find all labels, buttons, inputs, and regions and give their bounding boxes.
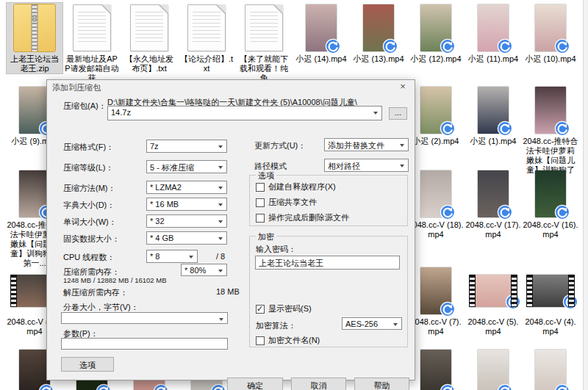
delete-after-checkbox[interactable]: 操作完成后删除源文件 — [256, 212, 349, 223]
desktop-item-video[interactable]: 2048.cc-V (7).mp4 — [408, 266, 464, 336]
desktop-item-txt[interactable]: 最新地址及APP请发邮箱自动获 — [64, 3, 120, 83]
player-overlay-icon — [440, 38, 456, 54]
player-overlay-icon — [440, 204, 456, 220]
file-label: 小迟 (12).mp4 — [410, 54, 461, 64]
player-overlay-icon — [554, 38, 570, 54]
format-combobox[interactable]: 7z — [146, 140, 227, 153]
desktop-item-film[interactable]: 2048.cc-V (5).mp4 — [465, 266, 521, 336]
desktop-item-txt[interactable]: 【永久地址发布页】.txt — [121, 3, 177, 73]
checkbox-box[interactable] — [256, 305, 265, 314]
close-icon[interactable]: × — [394, 80, 412, 93]
icon-area — [478, 3, 509, 53]
volume-size-label: 分卷大小，字节(V)： — [63, 302, 139, 313]
text-lines-detail — [193, 12, 220, 44]
file-label: 【论坛介绍】.txt — [179, 54, 234, 73]
desktop-item-video[interactable] — [523, 348, 578, 390]
level-combobox[interactable]: 5 - 标准压缩 — [146, 160, 227, 173]
password-input[interactable]: 上老王论坛当老王 — [255, 256, 400, 270]
parameters-input[interactable] — [61, 338, 228, 350]
text-file-icon — [130, 4, 168, 51]
checkbox-box[interactable] — [256, 183, 265, 192]
icon-area — [420, 348, 451, 390]
page-corner-detail — [217, 4, 226, 13]
options-button[interactable]: 选项 — [61, 357, 114, 372]
method-label: 压缩方法(M)： — [63, 183, 116, 194]
desktop-item-video[interactable]: 小迟 (2).mp4 — [408, 85, 464, 146]
checkbox-box[interactable] — [256, 214, 265, 223]
desktop-item-video[interactable]: 小迟 (11).mp4 — [465, 3, 521, 64]
desktop-item-video[interactable]: 小迟 (10).mp4 — [523, 3, 578, 64]
file-label: 小迟 (1).mp4 — [470, 137, 517, 146]
desktop-item-video[interactable]: 2048.cc-V (18).mp4 — [408, 169, 464, 239]
text-file-icon — [187, 4, 226, 51]
icon-area — [420, 169, 451, 219]
volume-size-combobox[interactable] — [61, 312, 228, 324]
video-thumbnail — [535, 4, 566, 51]
desktop-item-video[interactable]: 2048.cc-V (17).mp4 — [465, 169, 521, 239]
icon-area — [363, 3, 394, 53]
desktop-item-video[interactable]: 小迟 (1).mp4 — [465, 85, 521, 146]
text-lines-detail — [250, 12, 278, 44]
desktop-item-video[interactable]: 2048.cc-V (16).mp4 — [523, 169, 578, 239]
icon-area — [130, 3, 168, 53]
solid-block-label: 固实数据大小： — [63, 234, 120, 245]
show-password-checkbox[interactable]: 显示密码(S) — [256, 303, 312, 314]
archive-name-combobox[interactable]: 14.7z — [107, 106, 382, 120]
desktop-item-video[interactable]: 小迟 (14).mp4 — [293, 3, 349, 64]
zipper-pull-detail — [33, 15, 37, 22]
player-overlay-icon — [562, 294, 578, 310]
video-thumbnail — [478, 350, 509, 390]
desktop-item-video[interactable] — [408, 348, 464, 390]
archive-label: 压缩包(A)： — [63, 101, 107, 112]
checkbox-box[interactable] — [256, 198, 265, 207]
video-thumbnail — [420, 350, 451, 390]
dictionary-combobox[interactable]: * 16 MB — [146, 198, 227, 211]
video-thumbnail — [19, 350, 50, 390]
desktop-item-txt[interactable]: 【来了就能下载和观看！纯免 — [236, 3, 292, 83]
shared-files-checkbox[interactable]: 压缩共享文件 — [256, 197, 317, 208]
icon-area — [187, 3, 226, 53]
ok-button[interactable]: 确定 — [227, 378, 283, 390]
memory-percent-combobox[interactable]: * 80% — [181, 264, 227, 276]
solid-block-combobox[interactable]: * 4 GB — [146, 231, 227, 245]
cancel-button[interactable]: 取消 — [291, 378, 346, 390]
desktop-item-zip[interactable]: 上老王论坛当老王.zip — [7, 3, 62, 73]
browse-button[interactable]: ... — [389, 107, 407, 120]
icon-area — [535, 348, 566, 390]
file-label: 2048.cc-V (5).mp4 — [465, 317, 521, 336]
word-size-combobox[interactable]: * 32 — [146, 214, 227, 228]
desktop-item-txt[interactable]: 【论坛介绍】.txt — [179, 3, 234, 73]
sfx-checkbox[interactable]: 创建自释放程序(X) — [256, 181, 336, 192]
icon-area — [478, 169, 509, 219]
text-lines-detail — [135, 12, 163, 44]
desktop-item-video[interactable] — [465, 348, 521, 390]
update-mode-combobox[interactable]: 添加并替换文件 — [324, 138, 409, 151]
player-overlay-icon — [440, 301, 456, 317]
icon-area — [420, 3, 451, 53]
file-label: 2048.cc-V (4).mp4 — [523, 317, 578, 336]
help-button[interactable]: 帮助 — [354, 378, 409, 390]
decompress-memory-label: 解压缩所需内存： — [63, 287, 128, 298]
player-overlay-icon — [505, 294, 521, 310]
player-overlay-icon — [153, 383, 169, 390]
zipper-detail — [32, 4, 38, 51]
algorithm-combobox[interactable]: AES-256 — [342, 317, 402, 330]
desktop-item-film[interactable]: 2048.cc-V (4).mp4 — [523, 266, 578, 336]
method-combobox[interactable]: * LZMA2 — [146, 181, 227, 194]
checkbox-box[interactable] — [256, 336, 265, 345]
encrypt-filenames-checkbox[interactable]: 加密文件名(N) — [256, 335, 320, 346]
file-label: 小迟 (10).mp4 — [525, 54, 576, 64]
video-thumbnail — [535, 87, 566, 134]
desktop-item-video[interactable]: 小迟 (13).mp4 — [351, 3, 406, 64]
path-mode-combobox[interactable]: 相对路径 — [324, 159, 409, 172]
icon-area — [19, 348, 50, 390]
video-thumbnail — [478, 87, 509, 134]
desktop-item-video[interactable]: 小迟 (12).mp4 — [408, 3, 464, 64]
dialog-titlebar[interactable]: 添加到压缩包 × — [47, 80, 415, 95]
video-thumbnail — [19, 87, 50, 134]
cpu-threads-max: / 8 — [216, 252, 225, 261]
page-corner-detail — [102, 4, 111, 13]
icon-area — [306, 3, 337, 53]
cpu-threads-combobox[interactable]: * 8 — [146, 250, 198, 263]
video-thumbnail — [420, 87, 451, 134]
